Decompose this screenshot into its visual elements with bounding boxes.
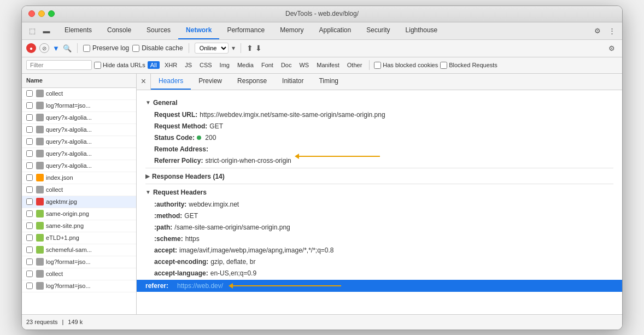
type-font-btn[interactable]: Font [259, 61, 276, 69]
minimize-button[interactable] [38, 10, 45, 17]
type-ws-btn[interactable]: WS [296, 61, 312, 69]
blocked-requests-label[interactable]: Blocked Requests [440, 62, 497, 69]
tab-network[interactable]: Network [178, 22, 219, 39]
request-checkbox[interactable] [26, 150, 33, 157]
general-arrow: ▼ [145, 99, 151, 105]
request-checkbox[interactable] [26, 246, 33, 253]
list-item[interactable]: log?format=jso... [22, 256, 136, 268]
maximize-button[interactable] [48, 10, 55, 17]
type-xhr-btn[interactable]: XHR [162, 61, 180, 69]
stop-button[interactable]: ⊘ [39, 43, 49, 53]
tab-lighthouse[interactable]: Lighthouse [398, 22, 446, 39]
preserve-log-checkbox[interactable] [83, 45, 90, 52]
request-checkbox[interactable] [26, 174, 33, 181]
cursor-icon[interactable]: ⬚ [26, 25, 38, 37]
list-item[interactable]: schemeful-sam... [22, 244, 136, 256]
request-list[interactable]: collect log?format=jso... query?x-algoli… [22, 88, 136, 314]
request-checkbox[interactable] [26, 258, 33, 265]
tab-memory[interactable]: Memory [272, 22, 311, 39]
type-js-btn[interactable]: JS [182, 61, 195, 69]
path-row: :path: /same-site-same-origin/same-origi… [154, 222, 613, 232]
list-item[interactable]: query?x-algolia... [22, 112, 136, 124]
response-headers-section-header[interactable]: ▶ Response Headers (14) [145, 173, 613, 180]
request-checkbox[interactable] [26, 162, 33, 169]
type-other-btn[interactable]: Other [344, 61, 365, 69]
request-checkbox[interactable] [26, 102, 33, 109]
blocked-requests-checkbox[interactable] [440, 62, 447, 69]
tab-timing[interactable]: Timing [311, 73, 346, 90]
referrer-policy-value: strict-origin-when-cross-origin [205, 156, 291, 166]
list-item[interactable]: query?x-algolia... [22, 136, 136, 148]
list-item[interactable]: collect [22, 88, 136, 100]
throttle-dropdown-icon[interactable]: ▾ [232, 44, 235, 52]
tab-performance[interactable]: Performance [219, 22, 272, 39]
network-settings-icon[interactable]: ⚙ [606, 42, 618, 54]
request-checkbox[interactable] [26, 114, 33, 121]
search-icon[interactable]: 🔍 [63, 44, 72, 52]
import-icon[interactable]: ⬆ [247, 44, 253, 52]
disable-cache-checkbox[interactable] [132, 45, 139, 52]
list-item[interactable]: same-site.png [22, 220, 136, 232]
request-checkbox[interactable] [26, 198, 33, 205]
list-item[interactable]: index.json [22, 172, 136, 184]
type-media-btn[interactable]: Media [235, 61, 256, 69]
tab-sources[interactable]: Sources [139, 22, 178, 39]
tab-security[interactable]: Security [359, 22, 397, 39]
list-item[interactable]: collect [22, 184, 136, 196]
record-button[interactable]: ● [26, 43, 36, 53]
throttle-select[interactable]: Online [195, 43, 229, 54]
general-section-header[interactable]: ▼ General [145, 99, 613, 107]
authority-row: :authority: webdev.imgix.net [154, 199, 613, 209]
type-css-btn[interactable]: CSS [197, 61, 215, 69]
settings-icon[interactable]: ⚙ [592, 25, 604, 37]
hide-data-urls-checkbox[interactable] [94, 62, 101, 69]
request-checkbox[interactable] [26, 126, 33, 133]
disable-cache-label[interactable]: Disable cache [132, 44, 183, 52]
type-all-btn[interactable]: All [148, 61, 160, 69]
tab-headers[interactable]: Headers [151, 73, 191, 90]
tab-initiator[interactable]: Initiator [274, 73, 311, 90]
preserve-log-label[interactable]: Preserve log [83, 44, 129, 52]
network-toolbar: ● ⊘ ▼ 🔍 Preserve log Disable cache Onlin… [22, 40, 622, 57]
close-panel-button[interactable]: × [137, 73, 151, 90]
request-checkbox[interactable] [26, 271, 33, 277]
tab-preview[interactable]: Preview [191, 73, 230, 90]
request-checkbox[interactable] [26, 138, 33, 145]
request-checkbox[interactable] [26, 210, 33, 217]
filter-input[interactable] [26, 60, 92, 70]
list-item[interactable]: query?x-algolia... [22, 124, 136, 136]
more-icon[interactable]: ⋮ [606, 25, 618, 37]
list-item[interactable]: query?x-algolia... [22, 148, 136, 160]
list-item[interactable]: agektmr.jpg [22, 196, 136, 208]
has-blocked-cookies-label[interactable]: Has blocked cookies [374, 62, 438, 69]
list-item[interactable]: eTLD+1.png [22, 232, 136, 244]
list-item[interactable]: same-origin.png [22, 208, 136, 220]
request-checkbox[interactable] [26, 186, 33, 193]
request-headers-section-header[interactable]: ▼ Request Headers [145, 189, 613, 196]
request-checkbox[interactable] [26, 234, 33, 241]
status-code-row: Status Code: 200 [154, 133, 613, 143]
close-button[interactable] [28, 10, 35, 17]
list-item[interactable]: log?format=jso... [22, 100, 136, 112]
request-checkbox[interactable] [26, 90, 33, 97]
requests-panel-header: Name [22, 74, 136, 88]
tab-elements[interactable]: Elements [57, 22, 99, 39]
tab-console[interactable]: Console [99, 22, 139, 39]
hide-data-urls-label[interactable]: Hide data URLs [94, 62, 145, 69]
list-item[interactable]: collect [22, 268, 136, 280]
request-checkbox[interactable] [26, 283, 33, 289]
has-blocked-cookies-checkbox[interactable] [374, 62, 381, 69]
method-value: GET [184, 211, 198, 221]
request-checkbox[interactable] [26, 222, 33, 229]
list-item[interactable]: log?format=jso... [22, 280, 136, 292]
export-icon[interactable]: ⬇ [255, 44, 262, 52]
tab-application[interactable]: Application [311, 22, 359, 39]
type-doc-btn[interactable]: Doc [278, 61, 295, 69]
type-manifest-btn[interactable]: Manifest [314, 61, 342, 69]
tab-response[interactable]: Response [230, 73, 274, 90]
filter-icon[interactable]: ▼ [52, 44, 60, 52]
drawer-icon[interactable]: ▬ [40, 25, 52, 37]
list-item[interactable]: query?x-algolia... [22, 160, 136, 172]
type-img-btn[interactable]: Img [217, 61, 232, 69]
accept-encoding-label: accept-encoding: [154, 257, 208, 267]
